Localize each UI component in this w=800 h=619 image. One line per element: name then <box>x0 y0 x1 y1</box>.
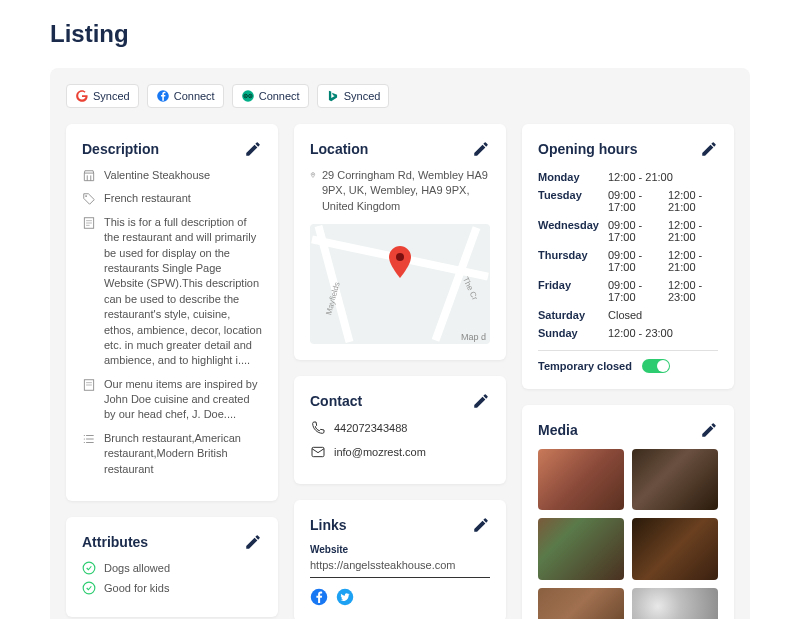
hours-row: Monday12:00 - 21:00 <box>538 168 718 186</box>
restaurant-name: Valentine Steakhouse <box>104 168 210 183</box>
long-description: This is for a full description of the re… <box>104 215 262 369</box>
hours-table: Monday12:00 - 21:00Tuesday09:00 - 17:001… <box>538 168 718 342</box>
tripadvisor-icon <box>241 89 255 103</box>
listing-container: Synced Connect Connect Synced Descriptio… <box>50 68 750 619</box>
contact-card: Contact 442072343488 info@mozrest.com <box>294 376 506 484</box>
hours-time: 09:00 - 17:0012:00 - 21:00 <box>608 219 718 243</box>
sync-google[interactable]: Synced <box>66 84 139 108</box>
sync-tripadvisor[interactable]: Connect <box>232 84 309 108</box>
edit-icon[interactable] <box>472 392 490 410</box>
map[interactable]: Mayfields The Cr Map d <box>310 224 490 344</box>
media-thumbnail[interactable] <box>632 518 718 579</box>
media-thumbnail[interactable] <box>538 449 624 510</box>
doc-icon <box>82 378 96 392</box>
edit-icon[interactable] <box>244 533 262 551</box>
hours-time: 09:00 - 17:0012:00 - 21:00 <box>608 249 718 273</box>
edit-icon[interactable] <box>472 140 490 158</box>
hours-title: Opening hours <box>538 141 638 157</box>
sync-facebook[interactable]: Connect <box>147 84 224 108</box>
svg-point-18 <box>84 438 85 439</box>
sync-google-label: Synced <box>93 90 130 102</box>
edit-icon[interactable] <box>700 140 718 158</box>
hours-row: Tuesday09:00 - 17:0012:00 - 21:00 <box>538 186 718 216</box>
svg-point-22 <box>312 174 313 175</box>
hours-day: Tuesday <box>538 189 608 213</box>
hours-day: Saturday <box>538 309 608 321</box>
hours-time: Closed <box>608 309 718 321</box>
sync-bar: Synced Connect Connect Synced <box>66 84 734 108</box>
svg-point-23 <box>396 253 404 261</box>
street-label: The Cr <box>461 276 479 302</box>
map-pin-icon <box>388 246 412 278</box>
temp-closed-label: Temporary closed <box>538 360 632 372</box>
list-icon <box>82 432 96 446</box>
temp-closed-toggle[interactable] <box>642 359 670 373</box>
attribute-item: Dogs allowed <box>104 562 170 574</box>
hours-time: 09:00 - 17:0012:00 - 21:00 <box>608 189 718 213</box>
restaurant-tags: Brunch restaurant,American restaurant,Mo… <box>104 431 262 477</box>
email-icon <box>310 444 326 460</box>
sync-bing-label: Synced <box>344 90 381 102</box>
svg-point-19 <box>84 442 85 443</box>
facebook-icon <box>156 89 170 103</box>
pin-icon <box>310 168 316 182</box>
check-circle-icon <box>82 561 96 575</box>
links-card: Links Website https://angelssteakhouse.c… <box>294 500 506 619</box>
contact-title: Contact <box>310 393 362 409</box>
hours-row: Friday09:00 - 17:0012:00 - 23:00 <box>538 276 718 306</box>
svg-point-4 <box>245 95 246 96</box>
phone-number: 442072343488 <box>334 422 407 434</box>
tag-icon <box>82 192 96 206</box>
twitter-link-icon[interactable] <box>336 588 354 606</box>
description-card: Description Valentine Steakhouse French … <box>66 124 278 501</box>
page-title: Listing <box>50 20 750 48</box>
email-address: info@mozrest.com <box>334 446 426 458</box>
hours-row: Thursday09:00 - 17:0012:00 - 21:00 <box>538 246 718 276</box>
phone-icon <box>310 420 326 436</box>
hours-card: Opening hours Monday12:00 - 21:00Tuesday… <box>522 124 734 389</box>
media-card: Media <box>522 405 734 619</box>
svg-point-20 <box>83 562 95 574</box>
hours-time: 12:00 - 23:00 <box>608 327 718 339</box>
menu-description: Our menu items are inspired by John Doe … <box>104 377 262 423</box>
hours-day: Wednesday <box>538 219 608 243</box>
bing-icon <box>326 89 340 103</box>
sync-bing[interactable]: Synced <box>317 84 390 108</box>
store-icon <box>82 169 96 183</box>
facebook-link-icon[interactable] <box>310 588 328 606</box>
edit-icon[interactable] <box>700 421 718 439</box>
cuisine-type: French restaurant <box>104 191 191 206</box>
svg-point-17 <box>84 435 85 436</box>
map-attrib: Map d <box>461 332 486 342</box>
hours-day: Sunday <box>538 327 608 339</box>
attributes-title: Attributes <box>82 534 148 550</box>
doc-icon <box>82 216 96 230</box>
media-thumbnail[interactable] <box>538 518 624 579</box>
hours-day: Thursday <box>538 249 608 273</box>
media-thumbnail[interactable] <box>632 588 718 619</box>
media-thumbnail[interactable] <box>632 449 718 510</box>
attribute-item: Good for kids <box>104 582 169 594</box>
sync-facebook-label: Connect <box>174 90 215 102</box>
google-icon <box>75 89 89 103</box>
svg-point-6 <box>85 196 87 198</box>
svg-rect-24 <box>312 448 324 457</box>
edit-icon[interactable] <box>244 140 262 158</box>
description-title: Description <box>82 141 159 157</box>
media-title: Media <box>538 422 578 438</box>
links-title: Links <box>310 517 347 533</box>
hours-row: Wednesday09:00 - 17:0012:00 - 21:00 <box>538 216 718 246</box>
svg-point-5 <box>249 95 250 96</box>
sync-tripadvisor-label: Connect <box>259 90 300 102</box>
hours-time: 09:00 - 17:0012:00 - 23:00 <box>608 279 718 303</box>
hours-time: 12:00 - 21:00 <box>608 171 718 183</box>
attributes-card: Attributes Dogs allowed Good for kids <box>66 517 278 617</box>
address-text: 29 Corringham Rd, Wembley HA9 9PX, UK, W… <box>322 168 490 214</box>
hours-day: Monday <box>538 171 608 183</box>
location-card: Location 29 Corringham Rd, Wembley HA9 9… <box>294 124 506 360</box>
hours-row: Sunday12:00 - 23:00 <box>538 324 718 342</box>
check-circle-icon <box>82 581 96 595</box>
media-thumbnail[interactable] <box>538 588 624 619</box>
svg-point-21 <box>83 582 95 594</box>
edit-icon[interactable] <box>472 516 490 534</box>
